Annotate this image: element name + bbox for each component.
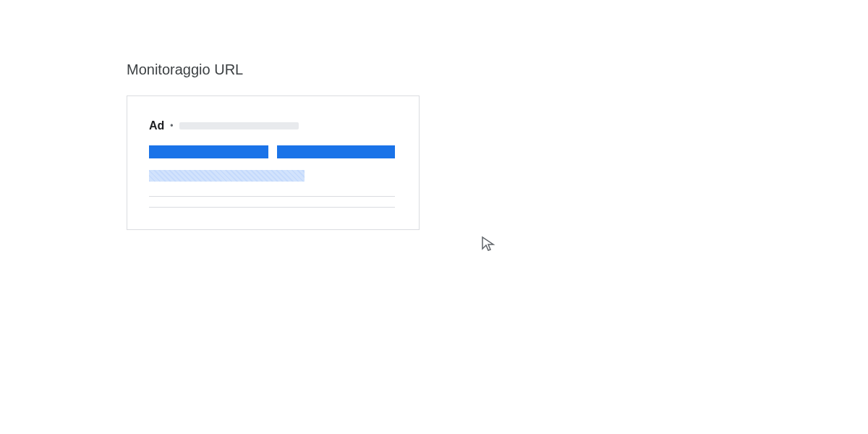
ad-header-row: Ad •: [149, 119, 397, 132]
headline-row: [149, 145, 397, 158]
headline-bar-1: [149, 145, 268, 158]
tracking-url-highlight: [149, 170, 305, 182]
url-placeholder: [179, 122, 299, 129]
section-title: Monitoraggio URL: [127, 61, 868, 78]
description-line-1: [149, 196, 395, 197]
headline-bar-2: [277, 145, 395, 158]
ad-label: Ad: [149, 119, 164, 132]
ad-separator: •: [170, 121, 173, 131]
ad-preview-card: Ad •: [127, 95, 420, 230]
description-line-2: [149, 207, 395, 208]
cursor-icon: [480, 236, 498, 256]
